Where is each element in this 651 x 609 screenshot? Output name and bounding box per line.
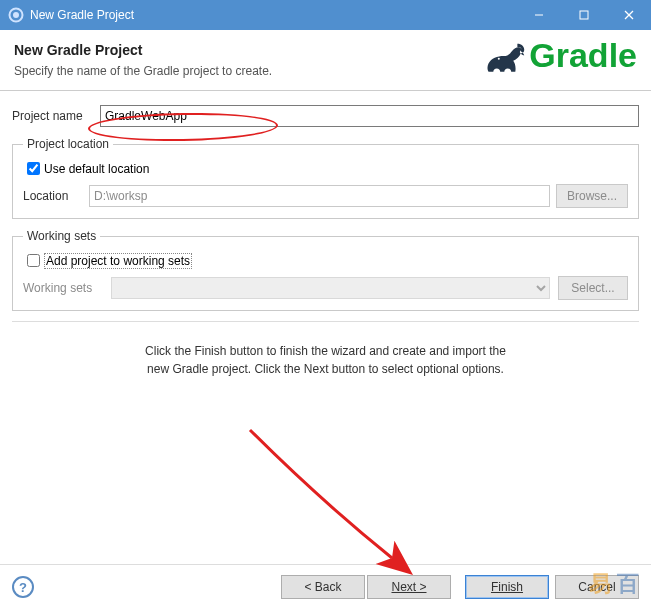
working-sets-legend: Working sets [23,229,100,243]
add-to-working-sets-input[interactable] [27,254,40,267]
close-button[interactable] [606,0,651,30]
add-to-working-sets-checkbox[interactable]: Add project to working sets [23,251,628,270]
working-sets-dropdown [111,277,550,299]
svg-point-1 [13,12,19,18]
back-button[interactable]: < Back [281,575,365,599]
location-label: Location [23,189,83,203]
cancel-button[interactable]: Cancel [555,575,639,599]
add-to-working-sets-label: Add project to working sets [44,253,192,269]
use-default-location-label: Use default location [44,162,149,176]
svg-rect-3 [580,11,588,19]
eclipse-icon [8,7,24,23]
maximize-button[interactable] [561,0,606,30]
hint-line-1: Click the Finish button to finish the wi… [145,344,506,358]
browse-button: Browse... [556,184,628,208]
next-button[interactable]: Next > [367,575,451,599]
window-title: New Gradle Project [30,8,516,22]
help-icon[interactable]: ? [12,576,34,598]
project-name-label: Project name [12,109,100,123]
wizard-content: Project name Project location Use defaul… [0,91,651,388]
gradle-logo-text: Gradle [529,36,637,75]
hint-line-2: new Gradle project. Click the Next butto… [147,362,504,376]
project-location-legend: Project location [23,137,113,151]
svg-point-6 [498,57,500,59]
location-input [89,185,550,207]
wizard-hint: Click the Finish button to finish the wi… [86,342,566,378]
select-working-sets-button: Select... [558,276,628,300]
wizard-header: New Gradle Project Specify the name of t… [0,30,651,90]
use-default-location-checkbox[interactable]: Use default location [23,159,628,178]
minimize-button[interactable] [516,0,561,30]
finish-button[interactable]: Finish [465,575,549,599]
gradle-logo: Gradle [483,36,637,75]
titlebar: New Gradle Project [0,0,651,30]
project-location-group: Project location Use default location Lo… [12,137,639,219]
window-buttons [516,0,651,30]
working-sets-list-label: Working sets [23,281,103,295]
project-name-input[interactable] [100,105,639,127]
use-default-location-input[interactable] [27,162,40,175]
working-sets-group: Working sets Add project to working sets… [12,229,639,311]
wizard-footer: ? < Back Next > Finish Cancel [0,564,651,609]
